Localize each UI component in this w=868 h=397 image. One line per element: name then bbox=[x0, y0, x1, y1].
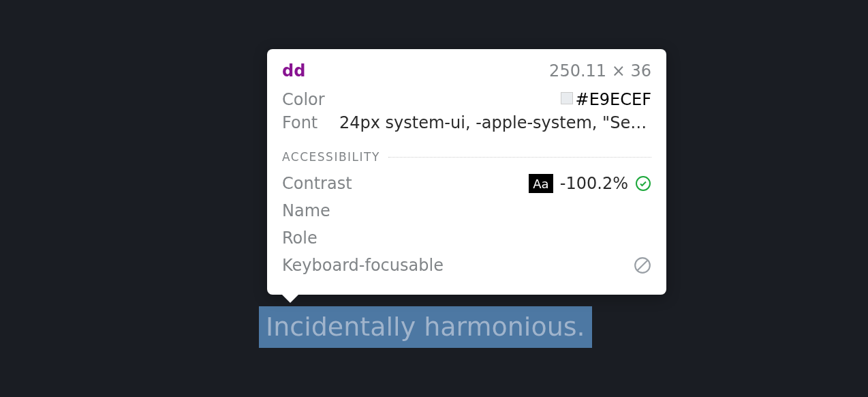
element-tag-name: dd bbox=[282, 61, 305, 80]
svg-point-0 bbox=[636, 177, 650, 190]
contrast-sample-icon: Aa bbox=[529, 174, 553, 193]
checkmark-circle-icon bbox=[635, 175, 651, 192]
role-row: Role bbox=[282, 228, 651, 248]
keyboard-focusable-label: Keyboard-focusable bbox=[282, 256, 444, 275]
keyboard-focusable-value bbox=[634, 256, 651, 274]
role-label: Role bbox=[282, 229, 317, 248]
contrast-percentage: -100.2% bbox=[560, 174, 628, 193]
color-value: #E9ECEF bbox=[576, 90, 651, 109]
tooltip-header: dd 250.11 × 36 bbox=[282, 61, 651, 80]
element-dimensions: 250.11 × 36 bbox=[549, 61, 651, 80]
font-label: Font bbox=[282, 113, 335, 132]
section-divider bbox=[388, 157, 651, 158]
color-swatch-icon bbox=[561, 92, 573, 104]
accessibility-section-title: ACCESSIBILITY bbox=[282, 150, 380, 164]
color-property-row: Color #E9ECEF bbox=[282, 90, 651, 109]
name-label: Name bbox=[282, 201, 330, 220]
contrast-value-group: Aa -100.2% bbox=[529, 174, 651, 193]
color-label: Color bbox=[282, 90, 335, 109]
contrast-row: Contrast Aa -100.2% bbox=[282, 173, 651, 194]
highlighted-text: Incidentally harmonious. bbox=[266, 312, 585, 342]
color-value-container: #E9ECEF bbox=[335, 90, 651, 109]
font-property-row: Font 24px system-ui, -apple-system, "Seg… bbox=[282, 113, 651, 132]
devtools-element-tooltip: dd 250.11 × 36 Color #E9ECEF Font 24px s… bbox=[267, 49, 666, 295]
accessibility-section-header: ACCESSIBILITY bbox=[282, 150, 651, 164]
contrast-label: Contrast bbox=[282, 174, 352, 193]
not-applicable-icon bbox=[634, 256, 651, 274]
font-value: 24px system-ui, -apple-system, "Segoe… bbox=[339, 113, 651, 132]
svg-line-2 bbox=[637, 260, 647, 270]
inspected-element-highlight: Incidentally harmonious. bbox=[259, 306, 592, 348]
keyboard-focusable-row: Keyboard-focusable bbox=[282, 255, 651, 276]
name-row: Name bbox=[282, 201, 651, 221]
